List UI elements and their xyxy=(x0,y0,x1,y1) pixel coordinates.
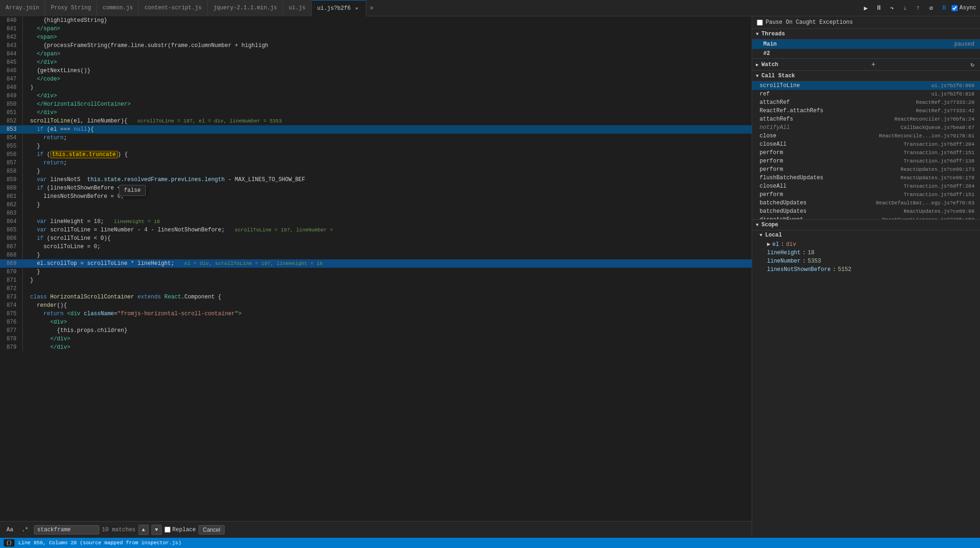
table-row: 879 </div> xyxy=(0,343,752,352)
stack-item-flush-batched[interactable]: flushBatchedUpdates ReactUpdates.js?ce09… xyxy=(752,174,980,182)
line-content: } xyxy=(22,167,752,176)
threads-arrow-icon: ▼ xyxy=(756,32,759,37)
step-into-button[interactable]: ↓ xyxy=(899,2,911,14)
line-content: scrollToLine = 0; xyxy=(22,243,752,251)
thread-main-status: paused xyxy=(954,41,974,47)
scope-line-number-item[interactable]: lineNumber : 5353 xyxy=(752,257,980,265)
tab-overflow-button[interactable]: » xyxy=(366,4,377,12)
thread-main[interactable]: Main paused xyxy=(752,40,980,49)
scope-lineheight-key: lineHeight xyxy=(767,250,801,256)
scope-separator: : xyxy=(833,266,836,273)
find-prev-button[interactable]: ▲ xyxy=(138,525,149,535)
deactivate-button[interactable]: ⊘ xyxy=(925,2,937,14)
pause-caught-checkbox[interactable] xyxy=(757,20,763,26)
line-content: <span> xyxy=(22,33,752,41)
replace-checkbox-label[interactable]: Replace xyxy=(164,527,196,533)
replace-checkbox[interactable] xyxy=(164,527,171,533)
line-content: {getNextLines()} xyxy=(22,67,752,75)
find-next-button[interactable]: ▼ xyxy=(151,525,162,535)
regex-button[interactable]: .* xyxy=(19,525,31,534)
case-sensitive-button[interactable]: Aa xyxy=(4,525,16,534)
pause-button[interactable]: ⏸ xyxy=(873,2,884,14)
stack-item-perform-3[interactable]: perform ReactUpdates.js?ce09:173 xyxy=(752,165,980,174)
tab-ui-js-b2f6[interactable]: ui.js?b2f6 ✕ xyxy=(312,0,366,16)
table-row: 861 linesNotShownBefore = 0; xyxy=(0,192,752,201)
tab-label: ui.js?b2f6 xyxy=(317,5,351,12)
stack-fn-name: dispatchEvent xyxy=(760,216,803,220)
table-row: 864 var lineHeight = 18; lineHeight = 18 xyxy=(0,217,752,226)
stack-item-ref[interactable]: ref ui.js?b2f6:818 xyxy=(752,90,980,98)
stack-item-close-all-2[interactable]: closeAll Transaction.js?6dff:204 xyxy=(752,182,980,190)
code-scroll-area[interactable]: 840 {highlightedString} 841 </span> 842 … xyxy=(0,16,752,521)
main-container: 840 {highlightedString} 841 </span> 842 … xyxy=(0,16,980,538)
table-row: 849 </div> xyxy=(0,92,752,100)
thread-2[interactable]: #2 xyxy=(752,49,980,58)
stack-fn-name: batchedUpdates xyxy=(760,208,807,215)
watch-add-button[interactable]: + xyxy=(870,61,877,68)
line-number: 840 xyxy=(0,16,22,25)
threads-panel: ▼ Threads Main paused #2 xyxy=(752,29,980,59)
stack-item-batched-updates-2[interactable]: batchedUpdates ReactUpdates.js?ce09:98 xyxy=(752,207,980,216)
line-number: 846 xyxy=(0,67,22,75)
stack-file: ReactReconcile...ion.js?9178:81 xyxy=(879,133,974,139)
step-over-button[interactable]: ↷ xyxy=(886,2,898,14)
async-checkbox-label[interactable]: Async xyxy=(952,5,976,11)
stack-item-scroll-to-line[interactable]: scrollToLine ui.js?b2f6:869 xyxy=(752,81,980,90)
line-number: 848 xyxy=(0,83,22,92)
scope-el-item[interactable]: ▶ el : div xyxy=(752,240,980,249)
resume-button[interactable]: ▶ xyxy=(860,2,871,14)
tooltip-value: false xyxy=(124,187,141,194)
tab-common-js[interactable]: common.js xyxy=(97,0,139,16)
search-input[interactable] xyxy=(34,525,99,534)
stack-item-attach-refs[interactable]: attachRefs ReactReconciler.js?6bfa:24 xyxy=(752,115,980,123)
watch-header[interactable]: ▶ Watch + ↻ xyxy=(752,59,980,71)
stack-item-react-ref-attach[interactable]: ReactRef.attachRefs ReactRef.js?7333:42 xyxy=(752,107,980,115)
scope-el-key: el xyxy=(772,241,779,248)
tab-ui-js[interactable]: ui.js xyxy=(283,0,312,16)
stack-item-perform-2[interactable]: perform Transaction.js?6dff:138 xyxy=(752,157,980,165)
stack-item-notify-all[interactable]: notifyAll CallbackQueue.js?bea8:67 xyxy=(752,123,980,132)
scope-separator: : xyxy=(802,258,806,264)
threads-header[interactable]: ▼ Threads xyxy=(752,29,980,40)
tab-proxy-string[interactable]: Proxy String xyxy=(45,0,97,16)
table-row: 845 </div> xyxy=(0,58,752,67)
stack-item-perform-1[interactable]: perform Transaction.js?6dff:151 xyxy=(752,149,980,157)
line-number: 856 xyxy=(0,150,22,159)
watch-refresh-button[interactable]: ↻ xyxy=(969,61,976,68)
stack-item-batched-updates-1[interactable]: batchedUpdates ReactDefaultBat...egy.js?… xyxy=(752,199,980,207)
table-row: 844 </span> xyxy=(0,50,752,58)
line-number: 852 xyxy=(0,117,22,125)
line-number: 876 xyxy=(0,318,22,326)
scope-line-height-item[interactable]: lineHeight : 18 xyxy=(752,249,980,257)
scope-local-group[interactable]: ▼ Local xyxy=(752,230,980,240)
stack-item-perform-4[interactable]: perform Transaction.js?6dff:151 xyxy=(752,190,980,199)
tab-array-join[interactable]: Array.join xyxy=(0,0,45,16)
stack-item-dispatch-event[interactable]: dispatchEvent ReactEventListener.js?2365… xyxy=(752,216,980,220)
hover-tooltip: false xyxy=(119,185,146,196)
call-stack-header[interactable]: ▼ Call Stack xyxy=(752,71,980,81)
async-checkbox[interactable] xyxy=(952,5,958,11)
step-out-button[interactable]: ↑ xyxy=(912,2,924,14)
line-content: </HorizontalScrollContainer> xyxy=(22,100,752,108)
scope-header[interactable]: ▼ Scope xyxy=(752,220,980,230)
stack-item-close[interactable]: close ReactReconcile...ion.js?9178:81 xyxy=(752,132,980,140)
table-row: 855 } xyxy=(0,142,752,150)
tab-content-script[interactable]: content-script.js xyxy=(139,0,207,16)
scope-lines-not-shown-item[interactable]: linesNotShownBefore : 5152 xyxy=(752,265,980,274)
stack-item-close-all-1[interactable]: closeAll Transaction.js?6dff:204 xyxy=(752,140,980,149)
line-content: </span> xyxy=(22,50,752,58)
cancel-button[interactable]: Cancel xyxy=(199,525,224,534)
table-row: 859 var linesNotS this.state.resolvedFra… xyxy=(0,176,752,184)
tab-jquery[interactable]: jquery-2.1.1.min.js xyxy=(208,0,283,16)
find-bar: Aa .* 10 matches ▲ ▼ Replace Cancel xyxy=(0,521,752,538)
line-content: return; xyxy=(22,159,752,167)
table-row: 877 {this.props.children} xyxy=(0,326,752,335)
stack-item-attach-ref[interactable]: attachRef ReactRef.js?7333:20 xyxy=(752,98,980,107)
table-row: 862 } xyxy=(0,201,752,209)
stack-fn-name: ref xyxy=(760,91,770,97)
find-matches-count: 10 matches xyxy=(102,527,136,533)
stack-file: Transaction.js?6dff:151 xyxy=(904,150,974,156)
tab-close-button[interactable]: ✕ xyxy=(354,5,360,12)
table-row: 843 {processFrameString(frame.line.subst… xyxy=(0,41,752,50)
table-row: 857 return; xyxy=(0,159,752,167)
